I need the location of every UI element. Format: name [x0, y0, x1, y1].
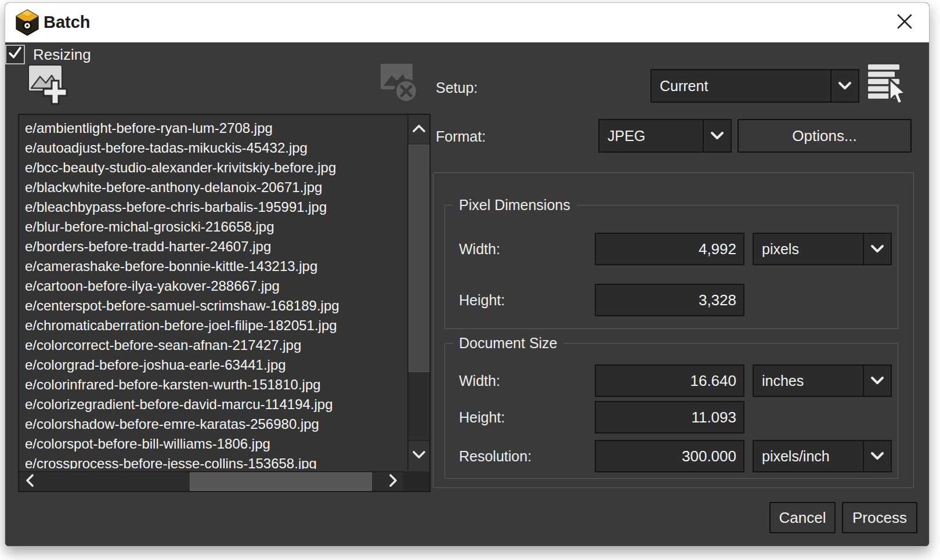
apply-preset-button[interactable]: [868, 64, 914, 107]
file-list-item[interactable]: e/borders-before-tradd-harter-24607.jpg: [25, 237, 407, 256]
pixel-dimensions-legend: Pixel Dimensions: [453, 194, 576, 215]
chevron-down-icon: [863, 234, 891, 264]
file-list-item[interactable]: e/cartoon-before-ilya-yakover-288667.jpg: [25, 276, 407, 296]
file-list-item[interactable]: e/bcc-beauty-studio-alexander-krivitskiy…: [25, 158, 407, 178]
file-list-item[interactable]: e/centerspot-before-samuel-scrimshaw-168…: [25, 296, 407, 316]
document-width-label: Width:: [459, 364, 500, 397]
scroll-up-icon: [412, 124, 426, 135]
window-title: Batch: [44, 3, 91, 42]
file-list-item[interactable]: e/camerashake-before-bonnie-kittle-14321…: [25, 256, 407, 276]
preset-list-cursor-icon: [868, 98, 913, 108]
resizing-label: Resizing: [33, 46, 91, 64]
dialog-body: Setup: Current: [5, 42, 929, 546]
file-list-item[interactable]: e/colorcorrect-before-sean-afnan-217427.…: [25, 335, 407, 355]
document-height-label: Height:: [459, 401, 505, 433]
checkbox-check-icon: [8, 45, 23, 64]
document-width-input[interactable]: [595, 364, 744, 397]
chevron-down-icon: [703, 120, 731, 151]
vertical-scrollbar[interactable]: [407, 115, 429, 470]
document-size-legend: Document Size: [453, 333, 563, 353]
screenshot-stage: Batch: [0, 0, 940, 560]
vertical-scrollbar-thumb[interactable]: [408, 144, 429, 372]
process-button[interactable]: Process: [842, 502, 917, 533]
setup-select[interactable]: Current: [650, 69, 859, 103]
batch-app-icon: [15, 9, 39, 38]
close-button[interactable]: [892, 10, 917, 35]
scroll-down-button[interactable]: [408, 440, 429, 470]
scroll-left-button[interactable]: [19, 472, 40, 491]
file-list-item[interactable]: e/colorinfrared-before-karsten-wurth-151…: [25, 375, 407, 395]
horizontal-scrollbar-thumb[interactable]: [190, 472, 372, 491]
file-list-item[interactable]: e/chromaticaberration-before-joel-filipe…: [25, 316, 407, 335]
resolution-unit-select[interactable]: pixels/inch: [753, 440, 892, 472]
scroll-left-icon: [26, 474, 34, 490]
file-list-item[interactable]: e/bleachbypass-before-chris-barbalis-195…: [25, 197, 407, 217]
document-height-input[interactable]: [595, 401, 744, 433]
add-files-button[interactable]: [27, 62, 71, 105]
horizontal-scrollbar[interactable]: [19, 471, 403, 491]
add-image-icon: [27, 97, 71, 107]
chevron-down-icon: [830, 70, 858, 102]
resizing-checkbox[interactable]: [5, 45, 25, 64]
file-list-item[interactable]: e/colorgrad-before-joshua-earle-63441.jp…: [25, 355, 407, 375]
pixel-width-label: Width:: [459, 233, 500, 265]
scroll-right-button[interactable]: [382, 472, 403, 491]
file-list: e/ambientlight-before-ryan-lum-2708.jpge…: [19, 115, 407, 469]
format-select[interactable]: JPEG: [598, 119, 732, 153]
format-selected-value: JPEG: [599, 120, 703, 151]
pixel-width-input[interactable]: [595, 233, 744, 265]
resolution-label: Resolution:: [459, 440, 532, 472]
chevron-down-icon: [863, 366, 891, 396]
file-list-item[interactable]: e/colorizegradient-before-david-marcu-11…: [25, 395, 407, 414]
resolution-unit-value: pixels/inch: [754, 441, 863, 471]
scroll-down-icon: [412, 450, 426, 461]
remove-files-button[interactable]: [378, 60, 424, 105]
title-bar[interactable]: Batch: [5, 3, 929, 42]
batch-dialog-window: Batch: [5, 2, 930, 547]
file-list-item[interactable]: e/autoadjust-before-tadas-mikuckis-45432…: [25, 138, 407, 158]
close-icon: [895, 12, 914, 34]
file-list-item[interactable]: e/colorshadow-before-emre-karatas-256980…: [25, 414, 407, 434]
cancel-button[interactable]: Cancel: [769, 502, 836, 533]
scrollbar-corner: [403, 471, 429, 491]
resolution-input[interactable]: [595, 440, 744, 472]
file-list-item[interactable]: e/ambientlight-before-ryan-lum-2708.jpg: [25, 118, 407, 138]
resizing-legend: Resizing: [5, 42, 929, 67]
file-list-item[interactable]: e/crossprocess-before-jesse-collins-1536…: [25, 454, 407, 469]
pixel-height-input[interactable]: [595, 284, 744, 316]
document-unit-select[interactable]: inches: [753, 364, 892, 397]
setup-selected-value: Current: [652, 70, 830, 102]
scroll-right-icon: [389, 474, 397, 490]
pixel-height-label: Height:: [459, 284, 505, 316]
chevron-down-icon: [863, 441, 891, 471]
pixel-unit-select[interactable]: pixels: [753, 233, 892, 265]
file-list-item[interactable]: e/blackwhite-before-anthony-delanoix-206…: [25, 178, 407, 197]
remove-image-icon-disabled: [378, 97, 424, 107]
format-label: Format:: [436, 120, 486, 153]
file-list-item[interactable]: e/blur-before-michal-grosicki-216658.jpg: [25, 217, 407, 237]
pixel-unit-value: pixels: [754, 234, 863, 264]
scroll-up-button[interactable]: [408, 115, 429, 144]
file-list-item[interactable]: e/colorspot-before-bill-williams-1806.jp…: [25, 434, 407, 454]
file-list-box: e/ambientlight-before-ryan-lum-2708.jpge…: [18, 114, 431, 492]
document-unit-value: inches: [754, 366, 863, 396]
format-options-button[interactable]: Options...: [737, 119, 912, 153]
setup-label: Setup:: [436, 71, 478, 104]
